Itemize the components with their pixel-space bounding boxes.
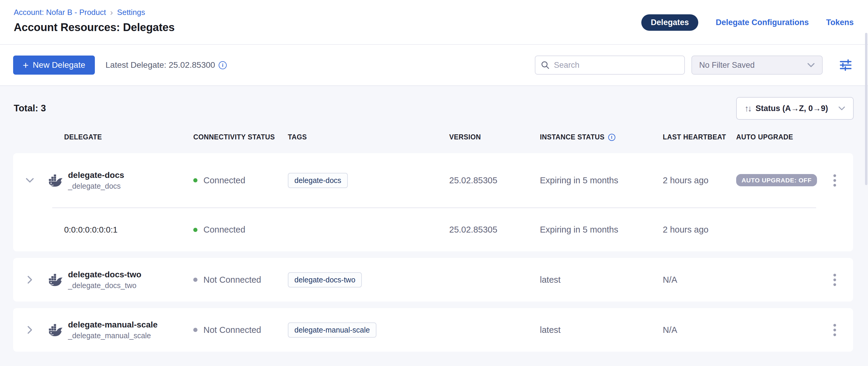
chevron-right-icon	[27, 326, 33, 334]
search-icon	[541, 61, 550, 69]
connectivity-status-text: Connected	[204, 175, 245, 186]
saved-filter-value: No Filter Saved	[699, 61, 755, 70]
connectivity-status-cell: Not Connected	[187, 325, 288, 335]
total-count: Total: 3	[14, 103, 46, 114]
latest-delegate-text: Latest Delegate: 25.02.85300	[105, 60, 215, 70]
instance-status-cell: latest	[540, 325, 663, 335]
version-cell: 25.02.85305	[449, 175, 540, 186]
delegate-cell: delegate-docs-two _delegate_docs_two	[46, 270, 187, 290]
chevron-down-icon	[838, 106, 845, 111]
connectivity-status-cell: Connected	[187, 225, 288, 235]
table-row[interactable]: delegate-docs-two _delegate_docs_two Not…	[13, 258, 853, 302]
column-header-last-heartbeat: Last Heartbeat	[663, 133, 736, 141]
sort-dropdown[interactable]: ↑↓ Status (A→Z, 0→9)	[736, 97, 854, 120]
docker-icon	[48, 174, 64, 187]
kebab-menu-icon[interactable]	[833, 274, 836, 286]
auto-upgrade-badge: AUTO UPGRADE: OFF	[736, 174, 817, 186]
list-summary-bar: Total: 3 ↑↓ Status (A→Z, 0→9)	[0, 86, 868, 120]
instance-status-cell: Expiring in 5 months	[540, 225, 663, 235]
kebab-menu-icon[interactable]	[833, 174, 836, 187]
row-menu-cell	[833, 174, 853, 187]
tags-cell: delegate-docs-two	[288, 272, 449, 287]
search-input[interactable]	[554, 61, 679, 70]
row-menu-cell	[833, 324, 853, 336]
plus-icon: +	[23, 60, 29, 70]
last-heartbeat-cell: N/A	[663, 325, 736, 335]
tags-cell: delegate-docs	[288, 173, 449, 188]
docker-icon	[48, 323, 64, 337]
latest-delegate-version: Latest Delegate: 25.02.85300 i	[105, 60, 227, 70]
page-header: Account: Nofar B - Product › Settings Ac…	[0, 0, 868, 45]
breadcrumb-separator-icon: ›	[110, 8, 113, 17]
new-delegate-button-label: New Delegate	[33, 60, 85, 70]
last-heartbeat-cell: N/A	[663, 275, 736, 285]
info-icon[interactable]: i	[608, 134, 615, 141]
new-delegate-button[interactable]: + New Delegate	[13, 56, 95, 75]
connected-dot-icon	[193, 178, 197, 182]
toolbar: + New Delegate Latest Delegate: 25.02.85…	[0, 45, 868, 86]
chevron-down-icon	[807, 62, 815, 68]
column-header-instance-status-label: Instance Status	[540, 133, 604, 141]
connectivity-status-text: Not Connected	[204, 275, 261, 285]
delegates-page: Account: Nofar B - Product › Settings Ac…	[0, 0, 868, 366]
sort-arrows-icon: ↑↓	[745, 104, 751, 113]
breadcrumb-account-link[interactable]: Account: Nofar B - Product	[14, 8, 106, 17]
version-cell: 25.02.85305	[449, 225, 540, 235]
delegate-id: _delegate_docs_two	[68, 281, 142, 290]
column-header-delegate: Delegate	[46, 133, 187, 141]
sliders-icon	[837, 57, 854, 74]
breadcrumb-settings-link[interactable]: Settings	[117, 8, 145, 17]
tag-chip[interactable]: delegate-manual-scale	[288, 322, 376, 338]
tag-chip[interactable]: delegate-docs-two	[288, 272, 362, 287]
delegate-name[interactable]: delegate-docs-two	[68, 270, 142, 279]
tab-delegate-configurations[interactable]: Delegate Configurations	[716, 18, 809, 27]
vertical-scrollbar[interactable]	[865, 33, 867, 185]
saved-filter-dropdown[interactable]: No Filter Saved	[691, 56, 823, 75]
delegate-card-delegate-docs-two: delegate-docs-two _delegate_docs_two Not…	[13, 258, 853, 302]
column-header-instance-status: Instance Status i	[540, 133, 663, 141]
last-heartbeat-cell: 2 hours ago	[663, 175, 736, 186]
delegate-cell: delegate-docs _delegate_docs	[46, 170, 187, 191]
delegate-id: _delegate_manual_scale	[68, 331, 157, 340]
table-header-row: Delegate Connectivity Status Tags Versio…	[13, 120, 853, 153]
tab-tokens[interactable]: Tokens	[826, 18, 854, 27]
instance-host: 0:0:0:0:0:0:0:1	[46, 225, 187, 235]
chevron-down-icon	[25, 177, 34, 184]
instance-status-cell: latest	[540, 275, 663, 285]
tag-chip[interactable]: delegate-docs	[288, 173, 348, 188]
column-header-auto-upgrade: Auto Upgrade	[736, 133, 833, 141]
column-header-tags: Tags	[288, 133, 449, 141]
instance-status-cell: Expiring in 5 months	[540, 175, 663, 186]
column-header-version: Version	[449, 133, 540, 141]
column-header-connectivity-status: Connectivity Status	[187, 133, 288, 141]
tab-delegates[interactable]: Delegates	[641, 14, 699, 31]
filter-sliders-button[interactable]	[837, 57, 854, 74]
delegate-card-delegate-manual-scale: delegate-manual-scale _delegate_manual_s…	[13, 308, 853, 352]
docker-icon	[48, 273, 64, 287]
resource-tabs: Delegates Delegate Configurations Tokens	[641, 14, 854, 31]
connectivity-status-text: Not Connected	[204, 325, 261, 335]
connectivity-status-text: Connected	[204, 225, 245, 235]
kebab-menu-icon[interactable]	[833, 324, 836, 336]
delegate-cell: delegate-manual-scale _delegate_manual_s…	[46, 320, 187, 340]
disconnected-dot-icon	[193, 328, 197, 332]
auto-upgrade-cell: AUTO UPGRADE: OFF	[736, 177, 833, 184]
delegate-name[interactable]: delegate-manual-scale	[68, 320, 157, 330]
delegate-id: _delegate_docs	[68, 182, 124, 191]
expand-row-button[interactable]	[13, 277, 46, 283]
connected-dot-icon	[193, 228, 197, 232]
disconnected-dot-icon	[193, 278, 197, 282]
sort-dropdown-value: Status (A→Z, 0→9)	[755, 104, 829, 113]
delegate-card-delegate-docs: delegate-docs _delegate_docs Connected d…	[13, 153, 853, 251]
table-row[interactable]: delegate-docs _delegate_docs Connected d…	[13, 153, 853, 207]
expand-row-button[interactable]	[13, 327, 46, 333]
delegate-name[interactable]: delegate-docs	[68, 170, 124, 180]
info-icon[interactable]: i	[219, 61, 227, 69]
chevron-right-icon	[27, 275, 33, 284]
delegate-instance-row: 0:0:0:0:0:0:0:1 Connected 25.02.85305 Ex…	[13, 208, 853, 251]
last-heartbeat-cell: 2 hours ago	[663, 225, 736, 235]
table-row[interactable]: delegate-manual-scale _delegate_manual_s…	[13, 308, 853, 352]
collapse-row-button[interactable]	[13, 177, 46, 184]
tags-cell: delegate-manual-scale	[288, 322, 449, 338]
connectivity-status-cell: Connected	[187, 175, 288, 186]
